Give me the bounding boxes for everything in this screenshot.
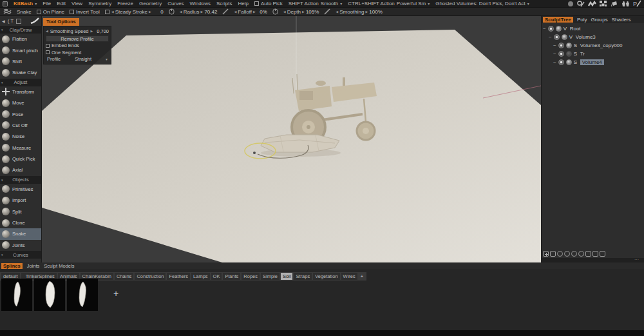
spline-strip-icon[interactable] [588, 1, 596, 7]
category-straps[interactable]: Straps [294, 273, 312, 280]
shift-action-dropdown[interactable]: SHIFT Action Smooth ▾ [289, 1, 343, 6]
visibility-eye-icon[interactable] [558, 43, 564, 48]
paint-pen-icon[interactable]: P [633, 0, 641, 7]
viewport-3d[interactable]: Tool Options ◀ Smoothing Speed ▶ 0,700 R… [42, 16, 541, 262]
tree-node-name[interactable]: Tr [580, 51, 585, 57]
spinner-right-icon[interactable]: ▶ [149, 10, 151, 14]
sidebar-item-flatten[interactable]: Flatten [0, 34, 41, 44]
overflow-dots-icon[interactable]: ··· [634, 257, 639, 262]
materials-buckets-icon[interactable] [621, 1, 630, 7]
category-construction[interactable]: Construction [135, 273, 166, 280]
on-plane-toggle[interactable]: On Plane [37, 9, 64, 15]
sidebar-item-noise[interactable]: Noise [0, 131, 41, 142]
radius-spinner[interactable]: ◀ Radius ▶ 70,42 [180, 9, 218, 15]
category-vegetation[interactable]: Vegetation [313, 273, 339, 280]
tool-options-tab[interactable]: Tool Options [43, 18, 79, 26]
falloff-value[interactable]: 0% [257, 9, 267, 15]
category-ok[interactable]: OK [211, 273, 222, 280]
add-category-button[interactable]: + [359, 273, 365, 280]
profile-dropdown[interactable]: Profile Straight ▾ [46, 56, 109, 63]
menu-view[interactable]: View [71, 1, 82, 6]
tree-node-name[interactable]: Volume3 [576, 34, 596, 40]
spline-thumbnail[interactable] [34, 279, 65, 311]
ghost-sphere-icon[interactable] [562, 34, 567, 40]
smoothing-value[interactable]: 100% [369, 9, 382, 15]
sidebar-item-cut-off[interactable]: Cut Off [0, 120, 41, 131]
section-clay-draw[interactable]: ▾ Clay/Draw [0, 26, 41, 34]
pressure-pen-icon[interactable] [222, 8, 229, 15]
panel-resize-strip[interactable]: ··· [541, 258, 644, 262]
pressure-mouse-icon[interactable] [272, 8, 278, 15]
visibility-eye-icon[interactable] [548, 26, 554, 32]
smoothing-speed-spinner[interactable]: ◀ Smoothing Speed ▶ 0,700 [46, 28, 109, 35]
spinner-left-icon[interactable]: ◀ [283, 10, 286, 14]
visibility-eye-icon[interactable] [554, 34, 560, 40]
tree-node-name[interactable]: Root [570, 26, 581, 32]
pour-bucket-icon[interactable] [611, 1, 618, 7]
menu-edit[interactable]: Edit [57, 1, 66, 6]
spinner-right-icon[interactable]: ▶ [302, 10, 305, 14]
info-icon[interactable] [578, 251, 584, 257]
radius-value[interactable]: 70,42 [204, 9, 217, 15]
spinner-left-icon[interactable]: ◀ [46, 29, 48, 33]
auto-pick-checkbox[interactable] [254, 1, 259, 6]
menu-curves[interactable]: Curves [167, 1, 184, 6]
surface-mode-icon[interactable] [564, 251, 570, 257]
tree-node-name[interactable]: Volume3_copy000 [580, 43, 623, 48]
category-ropes[interactable]: Ropes [242, 273, 260, 280]
smoothing-speed-value[interactable]: 0,700 [97, 28, 109, 34]
menu-help[interactable]: Help [238, 1, 248, 6]
tree-row-volume3[interactable]: − V Volume3 [547, 33, 644, 41]
menu-windows[interactable]: Windows [190, 1, 211, 6]
sidebar-item-axial[interactable]: Axial [0, 164, 41, 175]
embed-ends-checkbox[interactable] [46, 44, 50, 48]
menu-freeze[interactable]: Freeze [117, 1, 133, 6]
duplicate-page-icon[interactable] [592, 251, 598, 257]
sidebar-item-clone[interactable]: Clone [0, 217, 41, 228]
sphere-icon[interactable] [557, 251, 563, 257]
add-volume-icon[interactable] [543, 251, 549, 257]
menu-symmetry[interactable]: Symmetry [88, 1, 111, 6]
settings-pen-icon[interactable] [577, 1, 585, 7]
stroke-pen-icon[interactable] [30, 17, 39, 25]
invert-tool-toggle[interactable]: Invert Tool [70, 9, 100, 15]
steady-stroke-checkbox[interactable] [105, 10, 109, 14]
spinner-right-icon[interactable]: ▶ [365, 10, 368, 14]
visibility-eye-icon[interactable] [558, 51, 564, 57]
section-adjust[interactable]: ▾ Adjust [0, 79, 41, 86]
collapse-icon[interactable]: − [543, 26, 546, 32]
sidebar-item-quick-pick[interactable]: Quick Pick [0, 153, 41, 164]
tab-poly[interactable]: Poly [577, 17, 587, 23]
steady-stroke-value[interactable]: 0 [153, 9, 164, 15]
add-spline-button[interactable]: + [113, 288, 118, 299]
one-segment-toggle[interactable]: One Segment [46, 49, 109, 56]
tab-splines[interactable]: Splines [1, 263, 23, 269]
sidebar-item-pose[interactable]: Pose [0, 108, 41, 119]
collapse-icon[interactable]: − [553, 59, 556, 65]
category-soil[interactable]: Soil [281, 273, 293, 280]
ctrl-shift-action-dropdown[interactable]: CTRL+SHIFT Action Powerful Sm ▾ [348, 1, 430, 6]
spinner-left-icon[interactable]: ◀ [180, 10, 182, 14]
collapse-icon[interactable]: − [553, 43, 556, 48]
section-curves[interactable]: ▾ Curves [0, 251, 41, 259]
tab-sculpt-models[interactable]: Sculpt Models [44, 263, 74, 269]
ghost-sphere-icon[interactable] [566, 51, 572, 57]
sidebar-item-shift[interactable]: Shift [0, 56, 41, 67]
ghost-sphere-icon[interactable] [556, 26, 562, 32]
embed-ends-toggle[interactable]: Embed Ends [46, 43, 109, 50]
category-wires[interactable]: Wires [341, 273, 357, 280]
category-simple[interactable]: Simple [261, 273, 279, 280]
menu-scripts[interactable]: Scripts [216, 1, 232, 6]
steady-stroke-control[interactable]: ◀ Steady Stroke ▶ 0 [105, 9, 164, 15]
spinner-right-icon[interactable]: ▶ [201, 10, 204, 14]
collapse-left-icon[interactable]: ◀ [2, 19, 5, 23]
sidebar-item-smart-pinch[interactable]: Smart pinch [0, 44, 41, 55]
spinner-left-icon[interactable]: ◀ [336, 10, 338, 14]
tab-joints[interactable]: Joints [27, 263, 40, 269]
pressure-pen-icon[interactable] [324, 8, 330, 15]
checker-icon[interactable] [600, 1, 607, 7]
tree-row-volume3-copy000[interactable]: − S Volume3_copy000 [552, 41, 644, 50]
category-feathers[interactable]: Feathers [167, 273, 190, 280]
invert-tool-checkbox[interactable] [70, 10, 74, 14]
one-segment-checkbox[interactable] [46, 50, 50, 54]
